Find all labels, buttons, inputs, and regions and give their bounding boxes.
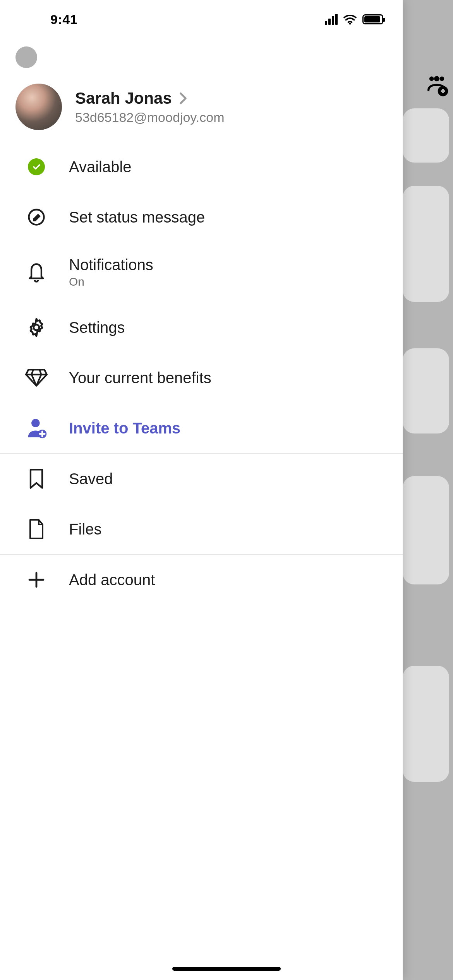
menu-item-presence[interactable]: Available <box>0 142 403 192</box>
menu-item-add-account[interactable]: Add account <box>0 555 403 605</box>
profile-header[interactable]: Sarah Jonas 53d65182@moodjoy.com <box>0 68 403 142</box>
edit-icon <box>26 207 46 227</box>
side-drawer: 9:41 Sarah Jonas 53d65182@ <box>0 0 403 980</box>
menu-sublabel: On <box>69 275 153 288</box>
profile-email: 53d65182@moodjoy.com <box>75 110 224 125</box>
menu-label: Set status message <box>69 209 205 226</box>
menu-label: Add account <box>69 571 155 589</box>
gear-icon <box>26 317 47 338</box>
svg-point-0 <box>430 77 432 80</box>
svg-point-1 <box>435 77 439 81</box>
profile-name: Sarah Jonas <box>75 89 172 108</box>
chevron-right-icon <box>179 92 187 105</box>
menu-label: Files <box>69 521 101 538</box>
menu-item-saved[interactable]: Saved <box>0 454 403 504</box>
svg-point-4 <box>349 23 351 25</box>
menu-label: Your current benefits <box>69 369 211 387</box>
bg-card <box>403 476 449 584</box>
org-switcher-button[interactable] <box>15 46 37 68</box>
plus-icon <box>27 571 46 589</box>
menu-label: Saved <box>69 470 113 488</box>
status-bar: 9:41 <box>0 0 403 39</box>
menu-item-files[interactable]: Files <box>0 504 403 554</box>
bg-card <box>403 666 449 782</box>
cellular-signal-icon <box>325 14 338 25</box>
menu-item-invite[interactable]: Invite to Teams <box>0 403 403 453</box>
status-indicators <box>325 14 383 25</box>
menu-item-benefits[interactable]: Your current benefits <box>0 353 403 403</box>
battery-icon <box>362 14 383 24</box>
menu-item-notifications[interactable]: Notifications On <box>0 242 403 302</box>
bell-icon <box>26 262 46 283</box>
wifi-icon <box>343 14 357 25</box>
bg-card <box>403 186 449 302</box>
menu-item-settings[interactable]: Settings <box>0 302 403 353</box>
menu-item-status-message[interactable]: Set status message <box>0 192 403 242</box>
bg-card <box>403 108 449 163</box>
diamond-icon <box>25 368 48 387</box>
home-indicator[interactable] <box>172 967 281 971</box>
menu-label: Available <box>69 158 132 176</box>
menu-label: Invite to Teams <box>69 420 180 437</box>
svg-point-7 <box>31 419 40 427</box>
people-add-icon[interactable] <box>424 74 449 98</box>
menu-label: Settings <box>69 319 125 336</box>
svg-point-2 <box>441 77 443 80</box>
bookmark-icon <box>28 468 45 490</box>
status-time: 9:41 <box>50 12 77 27</box>
bg-card <box>403 348 449 433</box>
svg-point-6 <box>34 325 39 330</box>
available-status-icon <box>28 158 45 175</box>
person-add-icon <box>25 417 48 439</box>
avatar <box>15 84 62 130</box>
drawer-menu: Available Set status message <box>0 142 403 605</box>
file-icon <box>27 518 45 540</box>
menu-label: Notifications <box>69 256 153 274</box>
